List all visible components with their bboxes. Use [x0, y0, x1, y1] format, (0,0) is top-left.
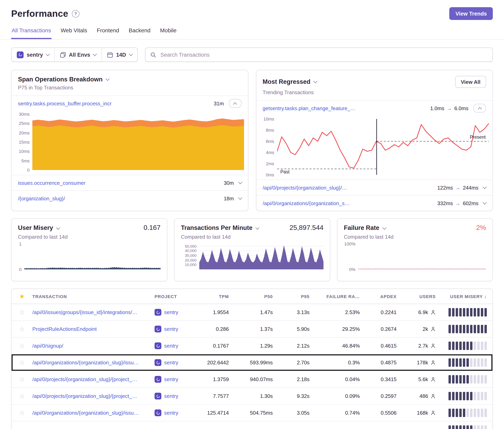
row-star-icon[interactable]: ☆ [19, 393, 25, 399]
chevron-down-icon[interactable] [255, 226, 259, 230]
user-misery-title[interactable]: User Misery [18, 224, 53, 231]
tpm-cell: 202.6442 [196, 359, 234, 366]
search-input[interactable] [160, 51, 488, 58]
regression-transaction-link[interactable]: getsentry.tasks.plan_change_feature_… [263, 105, 425, 111]
tab-frontend[interactable]: Frontend [96, 26, 119, 39]
column-header-user-misery[interactable]: USER MISERY ↓ [441, 294, 492, 299]
chevron-down-icon[interactable] [382, 226, 386, 230]
project-link[interactable]: sentry [164, 393, 178, 399]
transaction-link[interactable]: /api/0/organizations/{organization_slug}… [32, 359, 154, 366]
chevron-down-icon[interactable] [56, 226, 60, 230]
tpm-card: Transactions Per Minute 25,897.544 Compa… [174, 218, 330, 281]
tab-backend[interactable]: Backend [128, 26, 151, 39]
transaction-link[interactable]: ProjectRuleActionsEndpoint [32, 326, 154, 332]
arrow-right-icon: → [454, 200, 461, 206]
view-all-button[interactable]: View All [455, 76, 486, 88]
collapse-button[interactable] [229, 99, 241, 108]
help-icon[interactable]: ? [72, 10, 80, 17]
y-axis: 100%0% [344, 244, 358, 269]
transaction-link[interactable]: /api/0/organizations/{organization_slug}… [32, 410, 154, 416]
column-header-project[interactable]: PROJECT [154, 294, 196, 299]
span-transaction-link[interactable]: sentry.tasks.process_buffer.process_incr [18, 100, 209, 106]
star-filter-icon[interactable]: ★ [19, 293, 25, 299]
tab-web-vitals[interactable]: Web Vitals [60, 26, 88, 39]
tab-all-transactions[interactable]: All Transactions [11, 26, 52, 39]
row-star-icon[interactable]: ☆ [19, 410, 25, 416]
transaction-link[interactable]: /api/0/projects/{organization_slug}/{pro… [32, 376, 154, 382]
project-link[interactable]: sentry [164, 309, 178, 315]
table-row[interactable]: ☆ /api/0/organizations/{organization_slu… [12, 354, 492, 371]
transaction-link[interactable]: /api/0/signup/ [32, 343, 154, 349]
row-star-icon[interactable]: ☆ [19, 343, 25, 349]
chevron-down-icon[interactable] [483, 185, 487, 189]
failure-rate-title[interactable]: Failure Rate [344, 224, 379, 231]
project-icon [154, 342, 161, 349]
project-link[interactable]: sentry [164, 376, 178, 382]
environment-selector[interactable]: All Envs [54, 48, 101, 61]
view-trends-button[interactable]: View Trends [450, 7, 493, 20]
p50-cell: 1.37s [234, 326, 278, 332]
users-count: 2.7k [418, 343, 428, 349]
table-row[interactable]: ☆ /api/0/projects/{organization_slug}/{p… [12, 387, 492, 404]
table-row[interactable]: ☆ /api/0/organizations/{organization_slu… [12, 404, 492, 421]
chevron-down-icon[interactable] [314, 79, 317, 83]
failure-rate-cell: 2.53% [315, 309, 365, 315]
row-star-icon[interactable]: ☆ [19, 326, 25, 332]
span-duration-value: 30m [224, 180, 234, 186]
user-icon [431, 343, 436, 348]
regression-from-value: 122ms [437, 184, 453, 191]
table-row[interactable]: ☆ ProjectRuleActionsEndpoint sentry 0.28… [12, 320, 492, 337]
span-transaction-link[interactable]: issues.occurrence_consumer [18, 180, 219, 186]
chevron-down-icon[interactable] [483, 200, 487, 204]
project-selector[interactable]: sentry [12, 48, 54, 61]
collapse-button[interactable] [473, 104, 486, 113]
tpm-value: 25,897.544 [289, 224, 324, 232]
tpm-cell: 0.1767 [196, 343, 234, 349]
regression-transaction-link[interactable]: /api/0/projects/{organization_slug}/… [263, 184, 432, 191]
chevron-down-icon [93, 52, 97, 56]
chevron-down-icon[interactable] [106, 77, 110, 81]
column-header-failure-rate[interactable]: FAILURE RA… [315, 294, 365, 299]
span-breakdown-chart [32, 114, 244, 170]
transaction-link[interactable]: /api/0/issues|groups/{issue_id}/integrat… [32, 309, 154, 315]
project-link[interactable]: sentry [164, 343, 178, 349]
table-row[interactable]: ☆ /api/0/projects/{organization_slug}/{p… [12, 371, 492, 387]
table-row[interactable]: ☆ /api/0/signup/ sentry 0.1767 1.29s 2.1… [12, 337, 492, 354]
most-regressed-title[interactable]: Most Regressed [263, 78, 310, 85]
column-header-tpm[interactable]: TPM [196, 294, 234, 299]
column-header-p50[interactable]: P50 [234, 294, 278, 299]
p50-cell: 593.99ms [234, 359, 278, 366]
failure-rate-cell: 0.09% [315, 393, 365, 399]
regression-from-value: 332ms [437, 200, 453, 206]
project-link[interactable]: sentry [164, 410, 178, 416]
chevron-down-icon[interactable] [238, 196, 242, 200]
row-star-icon[interactable]: ☆ [19, 309, 25, 315]
environments-icon [60, 52, 66, 58]
span-breakdown-chart-area: 30ms25ms20ms15ms10ms5ms0 [12, 111, 248, 175]
regression-transaction-link[interactable]: /api/0/organizations/{organization_s… [263, 200, 432, 206]
row-star-icon[interactable]: ☆ [19, 376, 25, 383]
span-breakdown-subtitle: P75 in Top Transactions [12, 83, 248, 95]
tpm-title[interactable]: Transactions Per Minute [181, 224, 252, 231]
row-star-icon[interactable]: ☆ [19, 359, 25, 366]
span-breakdown-title[interactable]: Span Operations Breakdown [18, 76, 103, 83]
transaction-link[interactable]: /api/0/projects/{organization_slug}/{pro… [32, 393, 154, 399]
regression-chart: PastPresent [277, 119, 489, 175]
span-transaction-link[interactable]: /{organization_slug}/ [18, 195, 219, 201]
chevron-down-icon[interactable] [238, 180, 242, 184]
project-link[interactable]: sentry [164, 326, 178, 332]
tab-mobile[interactable]: Mobile [160, 26, 177, 39]
p95-cell: 5.90s [278, 326, 315, 332]
column-header-apdex[interactable]: APDEX [365, 294, 402, 299]
table-row[interactable]: ☆ [12, 421, 492, 429]
regression-from-value: 1.0ms [430, 105, 444, 111]
user-misery-subtitle: Compared to last 14d [18, 234, 161, 240]
project-selector-label: sentry [27, 52, 43, 58]
column-header-users[interactable]: USERS [402, 294, 441, 299]
apdex-cell: 0.5506 [365, 410, 402, 416]
column-header-p95[interactable]: P95 [278, 294, 315, 299]
date-range-selector[interactable]: 14D [101, 48, 137, 61]
column-header-transaction[interactable]: TRANSACTION [32, 294, 154, 299]
table-row[interactable]: ☆ /api/0/issues|groups/{issue_id}/integr… [12, 304, 492, 320]
project-link[interactable]: sentry [164, 359, 178, 366]
